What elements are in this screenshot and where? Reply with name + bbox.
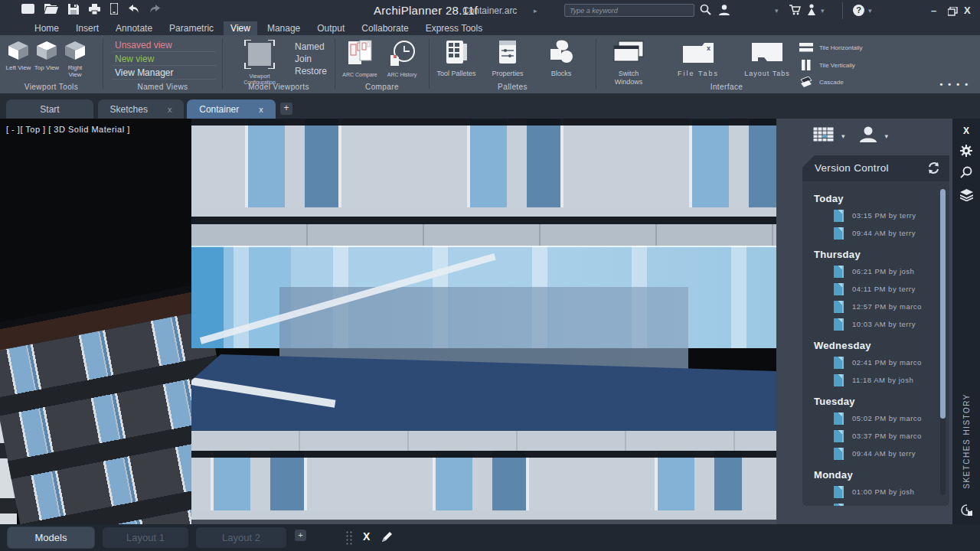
properties-button[interactable]: Properties	[486, 40, 529, 78]
collaborator-icon[interactable]	[859, 126, 877, 145]
restore-item[interactable]: Restore	[295, 66, 327, 77]
unsaved-view-item[interactable]: Unsaved view	[113, 38, 216, 52]
document-caret-icon[interactable]: ▸	[534, 7, 537, 15]
layout-tabs-button[interactable]: Layout Tabs	[743, 40, 791, 78]
search-panel-icon[interactable]	[960, 166, 972, 181]
search-icon[interactable]	[700, 4, 711, 18]
add-layout-button[interactable]: +	[295, 530, 306, 541]
tab-container[interactable]: Container x	[187, 99, 276, 119]
arc-history-button[interactable]: ARC History	[384, 40, 420, 78]
undo-icon[interactable]	[128, 5, 139, 14]
layers-icon[interactable]	[960, 189, 973, 204]
tab-sketches[interactable]: Sketches x	[98, 99, 184, 119]
new-view-item[interactable]: New view	[113, 52, 216, 66]
restore-button[interactable]	[948, 5, 958, 19]
menu-output[interactable]: Output	[310, 21, 351, 35]
tile-vertically-item[interactable]: Tile Vertically	[799, 60, 855, 70]
viewport-canvas[interactable]: [ - ][ Top ] [ 3D Solid Material ]	[0, 119, 776, 524]
version-entry[interactable]: 12:57 PM by marco	[814, 298, 934, 315]
menu-insert[interactable]: Insert	[69, 21, 106, 35]
gear-icon[interactable]	[960, 145, 972, 160]
user-account-icon[interactable]	[718, 4, 730, 18]
command-close-icon[interactable]: X	[363, 530, 370, 543]
version-entry[interactable]: 02:41 PM by marco	[814, 354, 934, 371]
menu-view[interactable]: View	[224, 21, 257, 35]
scene-glass-selection	[191, 246, 776, 348]
ribbon-overflow-dots[interactable]: • • • •	[939, 80, 969, 89]
version-doc-icon	[834, 486, 844, 498]
version-entry[interactable]: 03:37 PM by marco	[814, 427, 934, 445]
tab-layout-1[interactable]: Layout 1	[103, 527, 188, 548]
version-entry[interactable]: 05:02 PM by marco	[814, 409, 934, 427]
menu-manage[interactable]: Manage	[260, 21, 307, 35]
minimize-button[interactable]: –	[931, 5, 936, 16]
left-view-button[interactable]: Left View	[5, 41, 32, 71]
viewport-overlay-label[interactable]: [ - ][ Top ] [ 3D Solid Material ]	[6, 125, 130, 134]
version-scrollbar[interactable]	[940, 189, 946, 495]
help-icon[interactable]: ?	[853, 5, 864, 16]
sketches-history-label[interactable]: SKETCHES HISTORY	[962, 393, 971, 489]
top-view-button[interactable]: Top View	[33, 41, 60, 71]
tile-horizontally-item[interactable]: Tile Horizontally	[799, 43, 863, 52]
view-manager-item[interactable]: View Manager	[113, 66, 216, 80]
close-tab-icon[interactable]: x	[259, 105, 263, 114]
menu-annotate[interactable]: Annotate	[109, 21, 159, 35]
menu-express-tools[interactable]: Express Tools	[419, 21, 489, 35]
version-scrollbar-thumb[interactable]	[940, 189, 946, 419]
version-entry[interactable]: 11:18 AM by josh	[814, 371, 934, 389]
version-doc-icon	[834, 412, 844, 425]
refresh-icon[interactable]	[927, 161, 940, 178]
keyword-search-input[interactable]	[564, 4, 694, 17]
dropdown-caret-icon[interactable]: ▾	[775, 7, 779, 15]
save-icon[interactable]	[68, 4, 79, 15]
strip-close-icon[interactable]: X	[952, 126, 980, 136]
version-entry[interactable]: 03:15 PM by terry	[814, 207, 934, 224]
version-entry[interactable]: 01:00 PM by josh	[814, 483, 934, 500]
drafter-caret-icon[interactable]: ▾	[821, 7, 825, 15]
collaborator-caret-icon[interactable]: ▾	[885, 132, 889, 140]
mobile-device-icon[interactable]	[110, 3, 118, 15]
version-entry[interactable]: 10:03 AM by terry	[814, 315, 934, 333]
arc-compare-button[interactable]: ARC Compare	[341, 40, 378, 78]
switch-windows-button[interactable]: Switch Windows	[606, 40, 652, 86]
version-entry[interactable]: 09:44 AM by terry	[814, 224, 934, 242]
redo-icon[interactable]	[149, 5, 161, 14]
blocks-button[interactable]: Blocks	[540, 40, 583, 78]
tab-layout-2[interactable]: Layout 2	[196, 527, 286, 548]
version-entry-partial[interactable]	[814, 500, 934, 506]
tool-palletes-button[interactable]: Tool Palletes	[434, 40, 479, 78]
right-panel: ▾ ▾ Version Control Today	[776, 119, 952, 524]
ribbon-group-compare: ARC Compare ARC History Compare	[335, 35, 429, 93]
menu-parametric[interactable]: Parametric	[162, 21, 220, 35]
version-entry[interactable]: 09:44 AM by terry	[814, 445, 934, 462]
named-item[interactable]: Named	[295, 41, 325, 53]
right-view-button[interactable]: Right View	[61, 41, 89, 78]
viewport-configuration-button[interactable]: Viewport Configuration	[240, 40, 279, 86]
version-entry[interactable]: 06:21 PM by josh	[814, 262, 934, 280]
help-caret-icon[interactable]: ▾	[868, 7, 872, 15]
sheet-grid-caret-icon[interactable]: ▾	[841, 132, 845, 140]
command-bar-grip[interactable]	[345, 530, 352, 546]
print-icon[interactable]	[89, 4, 100, 15]
close-tab-icon[interactable]: x	[168, 105, 172, 114]
tab-models[interactable]: Models	[8, 527, 94, 548]
close-button[interactable]: X	[964, 5, 971, 16]
version-entry[interactable]: 04:11 PM by terry	[814, 280, 934, 298]
cart-icon[interactable]	[789, 4, 801, 18]
pencil-icon[interactable]	[381, 530, 394, 546]
document-name[interactable]: Container.arc	[462, 5, 517, 16]
new-document-icon[interactable]	[21, 4, 34, 14]
open-folder-icon[interactable]	[44, 4, 58, 14]
version-control-header: Version Control	[802, 155, 949, 181]
menu-home[interactable]: Home	[28, 21, 66, 35]
scene-upper-window-band	[191, 119, 776, 217]
file-tabs-button[interactable]: x File Tabs	[675, 40, 722, 78]
group-label-interface: Interface	[596, 83, 857, 91]
drafter-icon[interactable]	[806, 4, 817, 18]
tab-start[interactable]: Start	[6, 99, 93, 119]
sheet-grid-icon[interactable]	[813, 127, 834, 145]
new-tab-button[interactable]: +	[280, 103, 292, 115]
menu-collaborate[interactable]: Collaborate	[354, 21, 415, 35]
history-clock-icon[interactable]	[960, 504, 973, 520]
join-item[interactable]: Join	[295, 54, 312, 65]
